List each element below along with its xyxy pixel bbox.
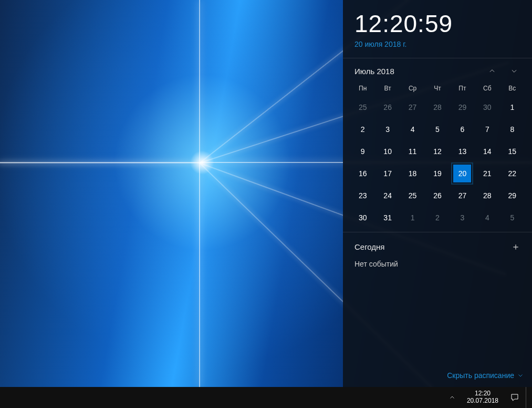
calendar-next-month-button[interactable] bbox=[509, 66, 519, 76]
agenda-empty-text: Нет событий bbox=[354, 260, 521, 268]
agenda-section: Сегодня ＋ Нет событий bbox=[343, 232, 532, 272]
calendar-day[interactable]: 6 bbox=[450, 118, 475, 140]
calendar-day[interactable]: 21 bbox=[475, 162, 499, 185]
taskbar-date: 20.07.2018 bbox=[467, 397, 498, 405]
taskbar-time: 12:20 bbox=[475, 390, 491, 397]
calendar-day[interactable]: 13 bbox=[450, 140, 475, 162]
calendar-day[interactable]: 1 bbox=[500, 96, 525, 118]
hide-schedule-button[interactable]: Скрыть расписание bbox=[343, 366, 532, 387]
calendar-dow: Чт bbox=[425, 81, 450, 96]
calendar-day[interactable]: 19 bbox=[425, 162, 450, 185]
calendar-day[interactable]: 26 bbox=[375, 96, 400, 118]
calendar-day[interactable]: 22 bbox=[500, 162, 525, 185]
calendar-day[interactable]: 11 bbox=[400, 140, 425, 162]
notification-icon bbox=[510, 393, 519, 402]
calendar-month-label[interactable]: Июль 2018 bbox=[354, 67, 394, 76]
calendar-day[interactable]: 9 bbox=[350, 140, 375, 162]
calendar-day[interactable]: 5 bbox=[500, 207, 525, 229]
calendar-day[interactable]: 2 bbox=[425, 207, 450, 229]
chevron-down-icon bbox=[510, 67, 518, 75]
calendar-day[interactable]: 17 bbox=[375, 162, 400, 185]
chevron-up-icon bbox=[488, 67, 496, 75]
chevron-down-icon bbox=[517, 372, 524, 379]
calendar-day[interactable]: 3 bbox=[450, 207, 475, 229]
calendar-day[interactable]: 7 bbox=[475, 118, 499, 140]
calendar-day[interactable]: 29 bbox=[450, 96, 475, 118]
clock-date-link[interactable]: 20 июля 2018 г. bbox=[354, 40, 520, 48]
show-desktop-button[interactable] bbox=[526, 387, 529, 408]
hide-schedule-label: Скрыть расписание bbox=[447, 371, 514, 380]
calendar-prev-month-button[interactable] bbox=[487, 66, 497, 76]
calendar-dow: Пн bbox=[350, 81, 375, 96]
add-event-button[interactable]: ＋ bbox=[510, 241, 521, 252]
calendar-dow: Вт bbox=[375, 81, 400, 96]
calendar-day[interactable]: 12 bbox=[425, 140, 450, 162]
action-center-button[interactable] bbox=[506, 387, 524, 408]
taskbar-clock[interactable]: 12:20 20.07.2018 bbox=[462, 387, 504, 408]
chevron-up-icon bbox=[449, 394, 455, 401]
calendar-day[interactable]: 27 bbox=[400, 96, 425, 118]
calendar-day[interactable]: 4 bbox=[475, 207, 499, 229]
calendar-day[interactable]: 27 bbox=[450, 185, 475, 207]
clock-time: 12:20:59 bbox=[354, 9, 520, 38]
calendar-day[interactable]: 8 bbox=[500, 118, 525, 140]
calendar-day[interactable]: 1 bbox=[400, 207, 425, 229]
plus-icon: ＋ bbox=[511, 240, 520, 253]
calendar-day-today[interactable]: 20 bbox=[450, 162, 475, 185]
calendar-day[interactable]: 23 bbox=[350, 185, 375, 207]
calendar-day[interactable]: 29 bbox=[500, 185, 525, 207]
calendar-day[interactable]: 26 bbox=[425, 185, 450, 207]
taskbar: 12:20 20.07.2018 bbox=[0, 387, 532, 408]
tray-overflow-button[interactable] bbox=[445, 387, 460, 408]
calendar-day[interactable]: 28 bbox=[425, 96, 450, 118]
agenda-title: Сегодня bbox=[354, 242, 385, 251]
calendar-day[interactable]: 25 bbox=[400, 185, 425, 207]
calendar-day[interactable]: 10 bbox=[375, 140, 400, 162]
calendar-day[interactable]: 30 bbox=[350, 207, 375, 229]
calendar-day[interactable]: 14 bbox=[475, 140, 499, 162]
calendar-day[interactable]: 2 bbox=[350, 118, 375, 140]
calendar-dow: Ср bbox=[400, 81, 425, 96]
calendar-day[interactable]: 25 bbox=[350, 96, 375, 118]
calendar-day[interactable]: 15 bbox=[500, 140, 525, 162]
calendar-day[interactable]: 31 bbox=[375, 207, 400, 229]
calendar-day[interactable]: 5 bbox=[425, 118, 450, 140]
calendar-dow: Пт bbox=[450, 81, 475, 96]
calendar-grid: ПнВтСрЧтПтСбВс 2526272829301234567891011… bbox=[343, 81, 532, 229]
calendar-dow: Вс bbox=[500, 81, 525, 96]
calendar-day[interactable]: 28 bbox=[475, 185, 499, 207]
calendar-day[interactable]: 16 bbox=[350, 162, 375, 185]
calendar-day[interactable]: 18 bbox=[400, 162, 425, 185]
calendar-dow: Сб bbox=[475, 81, 499, 96]
calendar-day[interactable]: 30 bbox=[475, 96, 499, 118]
calendar-day[interactable]: 4 bbox=[400, 118, 425, 140]
calendar-day[interactable]: 3 bbox=[375, 118, 400, 140]
clock-calendar-flyout: 12:20:59 20 июля 2018 г. Июль 2018 ПнВтС… bbox=[343, 0, 532, 387]
calendar-day[interactable]: 24 bbox=[375, 185, 400, 207]
